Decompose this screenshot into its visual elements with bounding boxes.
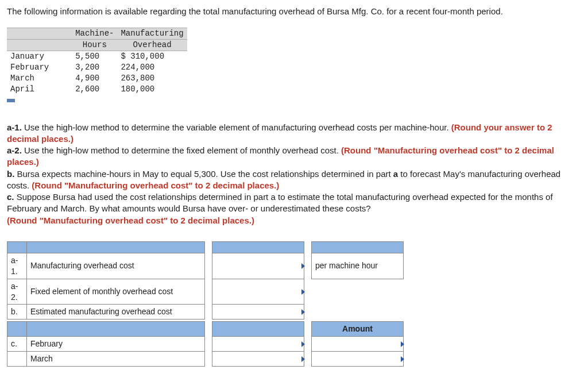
- dropdown-icon: [401, 341, 404, 347]
- header-cell: [212, 322, 304, 337]
- table-cell-oh: 224,000: [117, 62, 187, 73]
- dropdown-icon: [301, 356, 305, 362]
- answer-table: a-1. Manufacturing overhead cost per mac…: [7, 241, 404, 367]
- header-cell: [312, 241, 404, 253]
- dropdown-icon: [401, 356, 404, 362]
- ans-c-feb-amount[interactable]: [312, 337, 404, 352]
- header-cell: [7, 241, 27, 253]
- ans-a1-input[interactable]: [212, 253, 304, 279]
- table-cell-oh: 180,000: [117, 84, 187, 95]
- ans-b-input[interactable]: [212, 305, 304, 319]
- q-a1-label: a-1.: [7, 122, 24, 132]
- header-cell: [27, 241, 205, 253]
- dropdown-icon: [301, 341, 305, 347]
- ans-c-feb-select[interactable]: [212, 337, 304, 352]
- table-row: January: [7, 51, 72, 62]
- ans-a2-desc: Fixed element of monthly overhead cost: [27, 279, 205, 305]
- header-cell: [27, 322, 205, 337]
- question-block: a-1. Use the high-low method to determin…: [7, 122, 581, 226]
- overhead-data-table: Machine- Manufacturing Hours Overhead Ja…: [7, 28, 187, 94]
- table-row: March: [7, 73, 72, 84]
- ans-a2-input[interactable]: [212, 279, 304, 305]
- ans-c-id: c.: [7, 337, 27, 352]
- header-cell: [7, 322, 27, 337]
- table-cell-hours: 2,600: [72, 84, 117, 95]
- ans-a1-unit: per machine hour: [312, 253, 404, 279]
- q-b-ref: a: [393, 169, 398, 179]
- q-c-hint: (Round "Manufacturing overhead cost" to …: [7, 215, 254, 225]
- ans-c-mar-amount[interactable]: [312, 352, 404, 367]
- ans-a1-desc: Manufacturing overhead cost: [27, 253, 205, 279]
- q-b-hint: (Round "Manufacturing overhead cost" to …: [32, 180, 279, 190]
- table-cell-hours: 5,500: [72, 51, 117, 62]
- ans-c-feb-label: February: [27, 337, 205, 352]
- header-cell: [212, 241, 304, 253]
- q-a2-text: Use the high-low method to determine the…: [24, 145, 341, 155]
- col-header-oh-2: Overhead: [117, 40, 187, 51]
- q-a1-text: Use the high-low method to determine the…: [24, 122, 451, 132]
- ans-c-mar-label: March: [27, 352, 205, 367]
- dropdown-icon: [301, 289, 305, 295]
- amount-header: Amount: [312, 322, 404, 337]
- intro-text: The following information is available r…: [7, 6, 581, 17]
- ans-c-mar-select[interactable]: [212, 352, 304, 367]
- table-cell-oh: $ 310,000: [117, 51, 187, 62]
- ans-b-id: b.: [7, 305, 27, 319]
- table-row: February: [7, 62, 72, 73]
- table-cell-hours: 3,200: [72, 62, 117, 73]
- q-b-label: b.: [7, 169, 17, 179]
- dropdown-icon: [301, 263, 305, 269]
- q-b-text1: Bursa expects machine-hours in May to eq…: [17, 169, 393, 179]
- q-a2-label: a-2.: [7, 145, 24, 155]
- q-c-label: c.: [7, 192, 17, 202]
- table-row: April: [7, 84, 72, 95]
- accent-bar: [7, 99, 15, 102]
- col-header-oh-1: Manufacturing: [117, 28, 187, 40]
- col-header-hours-1: Machine-: [72, 28, 117, 40]
- table-cell-hours: 4,900: [72, 73, 117, 84]
- ans-c-id-blank: [7, 352, 27, 367]
- ans-a1-id: a-1.: [7, 253, 27, 279]
- ans-b-desc: Estimated manufacturing overhead cost: [27, 305, 205, 319]
- ans-a2-id: a-2.: [7, 279, 27, 305]
- q-c-text: Suppose Bursa had used the cost relation…: [7, 192, 553, 213]
- col-header-hours-2: Hours: [72, 40, 117, 51]
- table-cell-oh: 263,800: [117, 73, 187, 84]
- dropdown-icon: [301, 309, 305, 315]
